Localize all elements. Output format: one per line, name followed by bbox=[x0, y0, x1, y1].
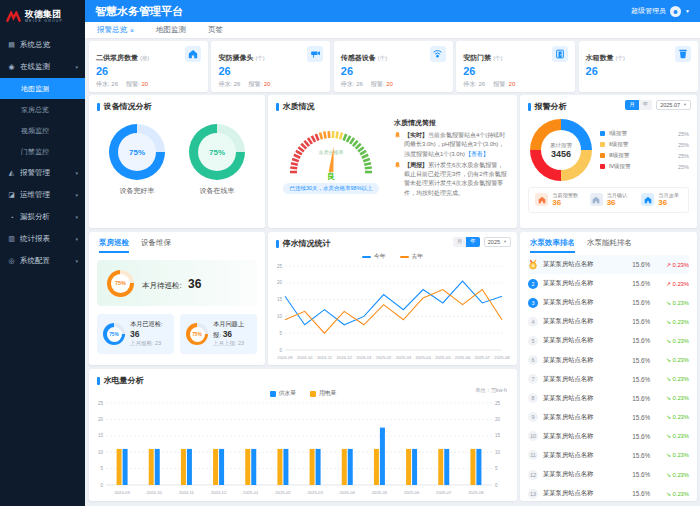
rank-station-name: 某某泵房站点名称 bbox=[543, 317, 619, 326]
rank-change: ↘ 0.23% bbox=[655, 433, 689, 439]
user-name: 超级管理员 bbox=[631, 6, 666, 16]
main-area: 智慧水务管理平台 超级管理员 ☻ ▼ 报警总览×地图监测页签 二供泵房数量(座)… bbox=[85, 0, 700, 506]
alarm-toggle-年[interactable]: 年 bbox=[639, 100, 653, 110]
legend-pct: 25% bbox=[678, 142, 689, 148]
brief-view-link[interactable]: 【查看】 bbox=[465, 151, 489, 157]
device-ring-label: 设备在线率 bbox=[200, 186, 235, 196]
ranking-row-4[interactable]: 4某某泵房站点名称15.6%↘ 0.23% bbox=[528, 312, 689, 331]
tab-label: 地图监测 bbox=[156, 25, 186, 35]
sidebar-nav: ▤系统总览◉在线监测▾地图监测泵房总览视频监控门禁监控◭报警管理▾◪运维管理▾◔… bbox=[0, 34, 85, 272]
kpi-value: 26 bbox=[586, 65, 691, 77]
svg-text:2025-07: 2025-07 bbox=[475, 355, 491, 360]
inspection-tab-1[interactable]: 设备维保 bbox=[141, 238, 171, 253]
ranking-row-8[interactable]: 8某某泵房站点名称15.6%↘ 0.23% bbox=[528, 389, 689, 408]
kpi-label: 水箱数量 bbox=[586, 54, 614, 61]
chevron-icon: ▾ bbox=[75, 236, 78, 242]
rank-badge: 9 bbox=[528, 412, 538, 422]
ranking-row-12[interactable]: 12某某泵房站点名称15.6%↘ 0.23% bbox=[528, 465, 689, 484]
svg-text:2025-01: 2025-01 bbox=[356, 355, 372, 360]
svg-text:20: 20 bbox=[495, 417, 501, 422]
house-icon bbox=[590, 193, 603, 206]
alarm-stat-text: 当前报警数36 bbox=[552, 192, 578, 208]
svg-text:2024-09: 2024-09 bbox=[277, 355, 293, 360]
ranking-row-1[interactable]: 某某泵房站点名称15.6%↗ 0.23% bbox=[528, 255, 689, 274]
svg-text:5: 5 bbox=[495, 466, 498, 471]
ranking-row-7[interactable]: 7某某泵房站点名称15.6%↘ 0.23% bbox=[528, 370, 689, 389]
rank-badge: 4 bbox=[528, 317, 538, 327]
legend-label: Ⅱ级报警 bbox=[609, 141, 628, 148]
sidebar-subitem-1-0[interactable]: 地图监测 bbox=[0, 78, 85, 99]
alarm-legend-item-0: Ⅰ级报警25% bbox=[600, 130, 689, 137]
kpi-label: 传感器设备 bbox=[341, 54, 376, 61]
svg-text:0: 0 bbox=[495, 483, 498, 488]
brand-subtitle: MEIDE GROUP bbox=[25, 20, 63, 24]
ranking-row-3[interactable]: 3某某泵房站点名称15.6%↘ 0.23% bbox=[528, 293, 689, 312]
kpi-label-wrap: 水箱数量(个) bbox=[586, 46, 625, 64]
svg-text:2025-03: 2025-03 bbox=[396, 355, 412, 360]
tab-1[interactable]: 地图监测 bbox=[156, 25, 186, 35]
svg-text:0: 0 bbox=[100, 483, 103, 488]
settings-icon: ◎ bbox=[7, 257, 16, 265]
inspection-tab-0[interactable]: 泵房巡检 bbox=[99, 238, 129, 253]
rank-change: ↘ 0.23% bbox=[655, 472, 689, 478]
alarm-analysis-title: 报警分析 bbox=[520, 95, 575, 114]
tab-bar: 报警总览×地图监测页签 bbox=[85, 22, 700, 39]
chevron-down-icon: ▼ bbox=[685, 8, 690, 14]
sidebar-item-5[interactable]: ▥统计报表▾ bbox=[0, 228, 85, 250]
alarm-period-select[interactable]: 2025.07 ▼ bbox=[656, 100, 691, 110]
sidebar-item-4[interactable]: ◔漏损分析▾ bbox=[0, 206, 85, 228]
ranking-row-5[interactable]: 5某某泵房站点名称15.6%↘ 0.23% bbox=[528, 331, 689, 350]
tab-0[interactable]: 报警总览× bbox=[97, 25, 134, 35]
ranking-tab-1[interactable]: 水泵能耗排名 bbox=[587, 238, 632, 253]
rank-value: 15.6% bbox=[624, 280, 650, 287]
close-icon[interactable]: × bbox=[130, 27, 134, 34]
kpi-stat: 报警: 20 bbox=[126, 80, 148, 89]
alarm-donut-label: 累计报警 bbox=[550, 142, 572, 149]
device-analysis-card: 设备情况分析 75%设备完好率75%设备在线率 bbox=[89, 95, 265, 228]
ranking-row-11[interactable]: 11某某泵房站点名称15.6%↘ 0.23% bbox=[528, 446, 689, 465]
rank-value: 15.6% bbox=[624, 337, 650, 344]
sidebar-item-3[interactable]: ◪运维管理▾ bbox=[0, 184, 85, 206]
alarm-stat-value: 36 bbox=[607, 198, 628, 208]
rank-station-name: 某某泵房站点名称 bbox=[543, 489, 619, 498]
rank-station-name: 某某泵房站点名称 bbox=[543, 356, 619, 365]
outage-toggle-月[interactable]: 月 bbox=[453, 237, 467, 247]
sidebar-item-6[interactable]: ◎系统配置▾ bbox=[0, 250, 85, 272]
legend-label: 供水量 bbox=[279, 389, 296, 398]
rank-change: ↘ 0.23% bbox=[655, 395, 689, 401]
ranking-row-9[interactable]: 9某某泵房站点名称15.6%↘ 0.23% bbox=[528, 408, 689, 427]
svg-text:2025-04: 2025-04 bbox=[340, 490, 356, 495]
ranking-row-10[interactable]: 10某某泵房站点名称15.6%↘ 0.23% bbox=[528, 427, 689, 446]
device-analysis-title: 设备情况分析 bbox=[89, 95, 265, 114]
sidebar-item-0[interactable]: ▤系统总览 bbox=[0, 34, 85, 56]
alarm-stat-value: 36 bbox=[658, 198, 679, 208]
ranking-row-13[interactable]: 13某某泵房站点名称15.6%↘ 0.23% bbox=[528, 484, 689, 503]
top-header: 智慧水务管理平台 超级管理员 ☻ ▼ bbox=[85, 0, 700, 22]
sidebar-subitem-1-2[interactable]: 视频监控 bbox=[0, 120, 85, 141]
sidebar-subitem-1-1[interactable]: 泵房总览 bbox=[0, 99, 85, 120]
legend-swatch bbox=[600, 131, 605, 136]
rank-station-name: 某某泵房站点名称 bbox=[543, 260, 619, 269]
ranking-tabs: 水泵效率排名水泵能耗排名 bbox=[520, 232, 697, 253]
sidebar-subitem-1-3[interactable]: 门禁监控 bbox=[0, 141, 85, 162]
kpi-top: 传感器设备(个) bbox=[341, 46, 446, 64]
alarm-stats-bar: 当前报警数36当月确认36当月派单36 bbox=[528, 187, 689, 213]
energy-legend-item-0: 供水量 bbox=[270, 389, 296, 398]
alarm-toggle-月[interactable]: 月 bbox=[625, 100, 639, 110]
sidebar-item-2[interactable]: ◭报警管理▾ bbox=[0, 162, 85, 184]
ranking-row-6[interactable]: 6某某泵房站点名称15.6%↘ 0.23% bbox=[528, 350, 689, 369]
sidebar-item-1[interactable]: ◉在线监测▾ bbox=[0, 56, 85, 78]
rank-change: ↗ 0.23% bbox=[655, 262, 689, 268]
user-menu[interactable]: 超级管理员 ☻ ▼ bbox=[631, 6, 690, 17]
device-ring-value: 75% bbox=[198, 133, 236, 171]
svg-text:0: 0 bbox=[279, 348, 282, 353]
tab-2[interactable]: 页签 bbox=[208, 25, 223, 35]
outage-period-select[interactable]: 2025 ▼ bbox=[484, 237, 511, 247]
ranking-tab-0[interactable]: 水泵效率排名 bbox=[530, 238, 575, 253]
ranking-row-2[interactable]: 2某某泵房站点名称15.6%↗ 0.23% bbox=[528, 274, 689, 293]
legend-label: 今年 bbox=[374, 252, 386, 261]
outage-toggle-年[interactable]: 年 bbox=[466, 237, 480, 247]
kpi-unit: (个) bbox=[378, 55, 387, 61]
legend-label: Ⅰ级报警 bbox=[609, 130, 627, 137]
rank-badge: 13 bbox=[528, 489, 538, 499]
